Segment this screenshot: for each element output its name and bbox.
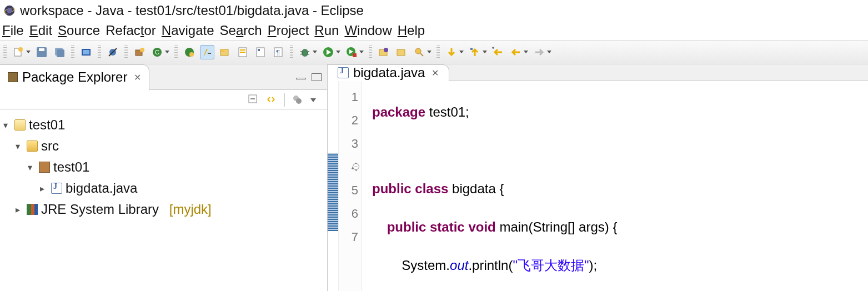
java-file-icon bbox=[51, 183, 62, 194]
toolbar-grip[interactable] bbox=[71, 46, 74, 59]
java-file-icon bbox=[338, 67, 349, 78]
open-type-button[interactable] bbox=[182, 45, 197, 59]
svg-text:C: C bbox=[155, 49, 159, 56]
svg-rect-23 bbox=[240, 49, 245, 51]
show-whitespace-button[interactable]: ¶ bbox=[271, 45, 285, 59]
toolbar-grip[interactable] bbox=[369, 46, 372, 59]
menu-window[interactable]: Window bbox=[344, 23, 392, 38]
menu-project[interactable]: Project bbox=[268, 23, 309, 38]
project-tree[interactable]: ▾ test01 ▾ src ▾ test01 ▸ bigdata.java ▸ bbox=[0, 110, 327, 224]
tree-project[interactable]: ▾ test01 bbox=[3, 114, 324, 136]
svg-rect-42 bbox=[470, 48, 473, 50]
package-explorer-tab[interactable]: Package Explorer ✕ bbox=[0, 64, 149, 89]
menu-search[interactable]: Search bbox=[220, 23, 262, 38]
menu-navigate[interactable]: Navigate bbox=[162, 23, 214, 38]
last-edit-location-button[interactable]: * bbox=[491, 45, 505, 59]
svg-point-21 bbox=[221, 49, 224, 52]
menu-source[interactable]: Source bbox=[58, 23, 100, 38]
toolbar-grip[interactable] bbox=[436, 46, 440, 59]
toolbar-grip[interactable] bbox=[3, 46, 7, 59]
chevron-down-icon[interactable]: ▾ bbox=[16, 141, 23, 152]
debug-button[interactable] bbox=[298, 45, 312, 59]
next-annotation-button[interactable] bbox=[444, 45, 459, 59]
svg-rect-24 bbox=[240, 52, 245, 53]
toolbar-grip[interactable] bbox=[174, 46, 178, 59]
save-all-button[interactable] bbox=[52, 45, 67, 59]
maximize-icon[interactable] bbox=[312, 73, 322, 81]
editor-tab-bigdata[interactable]: bigdata.java ✕ bbox=[328, 64, 449, 81]
new-java-class-button[interactable]: C bbox=[150, 45, 164, 59]
editor-panel: bigdata.java ✕ 1 2 3 4– 5 6 7 package te… bbox=[328, 64, 868, 291]
menu-refactor[interactable]: Refactor bbox=[106, 23, 156, 38]
previous-annotation-button[interactable] bbox=[468, 45, 482, 59]
toolbar-grip[interactable] bbox=[124, 46, 128, 59]
svg-point-18 bbox=[189, 52, 194, 57]
switch-editor-button[interactable] bbox=[79, 45, 93, 59]
chevron-right-icon[interactable]: ▸ bbox=[16, 204, 23, 215]
tree-java-file[interactable]: ▸ bigdata.java bbox=[3, 178, 324, 199]
svg-rect-10 bbox=[83, 50, 89, 54]
menu-run[interactable]: Run bbox=[314, 23, 339, 38]
menu-edit[interactable]: Edit bbox=[29, 23, 52, 38]
toolbar-grip[interactable] bbox=[290, 46, 293, 59]
marker-column[interactable] bbox=[328, 81, 339, 291]
menu-file[interactable]: File bbox=[2, 23, 24, 38]
toolbar-grip[interactable] bbox=[98, 46, 101, 59]
svg-rect-36 bbox=[353, 53, 357, 57]
line-number-gutter[interactable]: 1 2 3 4– 5 6 7 bbox=[339, 81, 362, 291]
svg-point-38 bbox=[384, 48, 388, 52]
tree-jre-suffix: [myjdk] bbox=[169, 202, 212, 217]
svg-rect-26 bbox=[258, 49, 260, 51]
package-explorer-toolbar bbox=[0, 90, 327, 110]
tree-package[interactable]: ▾ test01 bbox=[3, 157, 324, 178]
open-resource-button[interactable] bbox=[394, 45, 409, 59]
run-button[interactable] bbox=[321, 45, 335, 59]
line-number: 3 bbox=[339, 132, 358, 155]
svg-line-41 bbox=[420, 53, 423, 56]
view-menu-icon[interactable] bbox=[309, 94, 322, 106]
svg-point-29 bbox=[302, 49, 308, 57]
project-icon bbox=[14, 119, 26, 131]
run-external-button[interactable] bbox=[344, 45, 359, 59]
close-icon[interactable]: ✕ bbox=[134, 72, 141, 83]
focus-on-task-icon[interactable] bbox=[292, 94, 304, 106]
editor-body: 1 2 3 4– 5 6 7 package test01; public cl… bbox=[328, 81, 868, 291]
java-file-button[interactable] bbox=[235, 45, 250, 59]
toggle-mark-occurrences-button[interactable] bbox=[200, 45, 214, 59]
back-button[interactable] bbox=[509, 45, 523, 59]
minimize-icon[interactable] bbox=[296, 78, 306, 79]
line-number: 5 bbox=[339, 179, 358, 202]
forward-button[interactable] bbox=[532, 45, 546, 59]
open-task-button[interactable] bbox=[377, 45, 391, 59]
tree-src[interactable]: ▾ src bbox=[3, 136, 324, 157]
new-button[interactable] bbox=[11, 45, 26, 59]
separator bbox=[284, 93, 285, 107]
new-java-package-button[interactable] bbox=[132, 45, 147, 59]
main-toolbar: C ¶ * bbox=[0, 40, 868, 64]
chevron-down-icon[interactable]: ▾ bbox=[28, 162, 36, 173]
fold-icon[interactable]: – bbox=[353, 163, 359, 170]
package-icon bbox=[39, 162, 50, 173]
close-icon[interactable]: ✕ bbox=[432, 68, 439, 78]
line-number: 7 bbox=[339, 225, 358, 249]
code-area[interactable]: package test01; public class bigdata { p… bbox=[362, 81, 868, 291]
package-explorer-tabs: Package Explorer ✕ bbox=[0, 64, 327, 90]
line-number: 1 bbox=[339, 86, 358, 109]
save-button[interactable] bbox=[34, 45, 49, 59]
svg-text:*: * bbox=[492, 47, 494, 52]
chevron-right-icon[interactable]: ▸ bbox=[40, 183, 48, 194]
skip-breakpoints-button[interactable] bbox=[106, 45, 120, 59]
java-element-button[interactable] bbox=[253, 45, 268, 59]
menu-bar: File Edit Source Refactor Navigate Searc… bbox=[0, 21, 868, 40]
chevron-down-icon[interactable]: ▾ bbox=[3, 120, 11, 131]
svg-point-2 bbox=[7, 8, 12, 13]
svg-point-40 bbox=[415, 48, 421, 54]
new-java-project-button[interactable] bbox=[218, 45, 232, 59]
menu-help[interactable]: Help bbox=[398, 23, 425, 38]
link-with-editor-icon[interactable] bbox=[265, 94, 278, 106]
line-number: 2 bbox=[339, 109, 358, 132]
eclipse-icon bbox=[3, 4, 16, 17]
tree-jre[interactable]: ▸ JRE System Library [myjdk] bbox=[3, 199, 324, 220]
collapse-all-icon[interactable] bbox=[248, 94, 260, 106]
search-button[interactable] bbox=[412, 45, 427, 59]
